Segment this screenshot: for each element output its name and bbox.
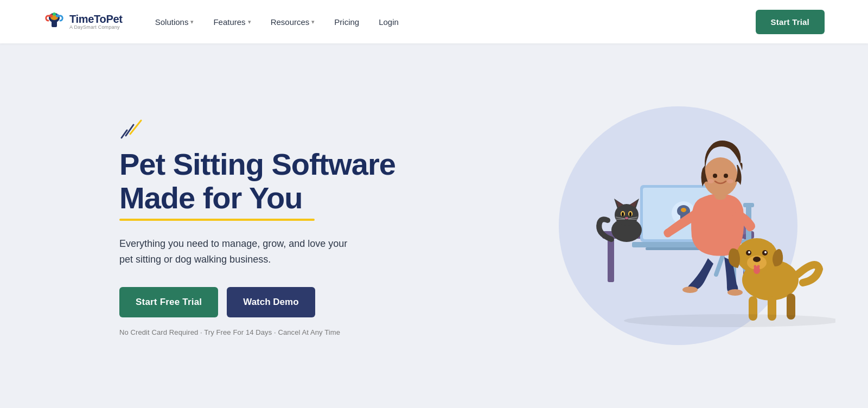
svg-rect-8 [608,239,614,282]
svg-point-58 [624,314,835,327]
chevron-down-icon: ▾ [248,18,251,25]
title-underline [119,219,315,221]
chevron-down-icon: ▾ [190,18,194,25]
svg-point-25 [622,212,624,216]
nav-item-features[interactable]: Features ▾ [213,17,251,27]
sparkle-decoration [119,115,395,142]
logo-sub: A DaySmart Company [69,25,123,30]
svg-point-43 [724,174,728,178]
watch-demo-button[interactable]: Watch Demo [227,287,315,317]
hero-subtitle: Everything you need to manage, grow, and… [119,236,358,267]
nav-right: Start Trial [756,10,825,34]
hero-section: Pet Sitting Software Made for You Everyt… [0,43,868,408]
hero-buttons: Start Free Trial Watch Demo [119,287,395,317]
svg-point-39 [727,289,743,296]
svg-point-38 [682,286,698,293]
logo-brand: TimeToPet [69,13,123,25]
svg-point-52 [748,251,750,253]
svg-point-44 [707,179,714,183]
svg-point-45 [727,179,733,183]
start-free-trial-button[interactable]: Start Free Trial [119,287,218,317]
navigation: TimeToPet A DaySmart Company Solutions ▾… [0,0,868,43]
illustration-svg [521,85,835,367]
hero-disclaimer: No Credit Card Required · Try Free For 1… [119,328,395,336]
nav-item-solutions[interactable]: Solutions ▾ [155,17,194,27]
svg-point-41 [703,157,738,196]
hero-content: Pet Sitting Software Made for You Everyt… [119,115,395,336]
svg-point-54 [754,266,760,274]
hero-title: Pet Sitting Software Made for You [119,148,395,214]
svg-point-53 [764,251,767,253]
svg-point-42 [713,174,717,178]
svg-point-27 [625,217,628,219]
svg-rect-37 [743,203,754,207]
nav-start-trial-button[interactable]: Start Trial [756,10,825,34]
nav-links: Solutions ▾ Features ▾ Resources ▾ Prici… [155,17,756,27]
svg-point-1 [49,14,53,17]
svg-point-49 [753,257,761,262]
logo-icon [43,11,65,33]
svg-point-2 [56,14,59,17]
nav-item-login[interactable]: Login [379,17,399,27]
svg-point-3 [53,12,56,16]
chevron-down-icon: ▾ [311,18,315,25]
logo[interactable]: TimeToPet A DaySmart Company [43,11,123,33]
svg-point-14 [681,208,686,212]
svg-point-26 [629,212,631,216]
nav-item-pricing[interactable]: Pricing [334,17,359,27]
nav-item-resources[interactable]: Resources ▾ [271,17,315,27]
hero-illustration [521,85,835,367]
